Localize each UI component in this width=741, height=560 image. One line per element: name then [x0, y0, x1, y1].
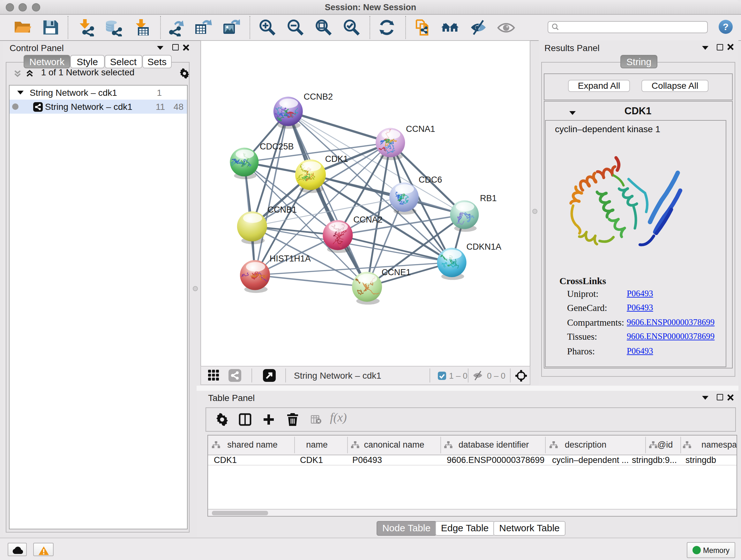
svg-text:RB1: RB1 — [480, 193, 497, 203]
svg-text:CCNE1: CCNE1 — [382, 267, 411, 277]
svg-text:CCNB1: CCNB1 — [268, 205, 297, 214]
svg-text:CDC6: CDC6 — [419, 175, 442, 184]
svg-text:CCNA1: CCNA1 — [406, 124, 435, 133]
svg-text:CDC25B: CDC25B — [260, 141, 294, 151]
svg-text:CDKN1A: CDKN1A — [466, 242, 501, 251]
svg-text:CDK1: CDK1 — [325, 154, 348, 164]
svg-text:CCNB2: CCNB2 — [304, 91, 333, 101]
svg-text:CCNA2: CCNA2 — [353, 214, 383, 224]
svg-text:HIST1H1A: HIST1H1A — [270, 253, 311, 263]
